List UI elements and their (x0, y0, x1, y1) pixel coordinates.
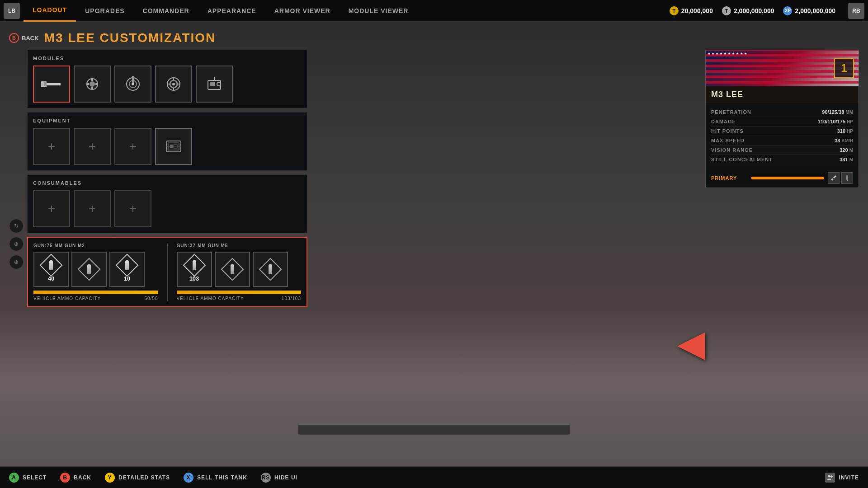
tab-appearance[interactable]: APPEARANCE (198, 0, 265, 22)
gold-amount: 20,000,000 (681, 7, 713, 14)
primary-label: PRIMARY (711, 175, 748, 181)
equip-slot-3[interactable]: + (114, 128, 151, 165)
gun1-capacity-row: VEHICLE AMMO CAPACITY 50/50 (33, 296, 158, 301)
gun2-title: GUN:37 MM GUN M5 (177, 243, 302, 248)
stat-penetration-value: 90/125/38 MM (822, 109, 853, 115)
ammo-slot-2-3[interactable] (253, 252, 288, 287)
ammo-gun-1: GUN:75 MM GUN M2 40 (33, 243, 158, 301)
rb-button[interactable]: RB (848, 3, 864, 19)
ammo-slot-2-1[interactable]: 103 (177, 252, 212, 287)
xp-icon: XP (783, 6, 792, 15)
wrench-icon (830, 175, 837, 181)
equipment-row: + + + (33, 128, 302, 165)
y-button: Y (105, 473, 115, 483)
tab-commander[interactable]: COMMANDER (134, 0, 198, 22)
rs-button: RS (261, 473, 271, 483)
module-slot-radio[interactable] (196, 66, 233, 103)
invite-label: INVITE (839, 474, 859, 481)
select-label: SELECT (23, 474, 47, 481)
top-navigation: LB LOADOUT UPGRADES COMMANDER APPEARANCE… (0, 0, 868, 22)
ammo-diamond-2-3 (259, 258, 282, 281)
back-action[interactable]: B BACK (60, 473, 91, 483)
stat-visionrange-value: 320 M (840, 147, 853, 153)
radio-icon (204, 74, 224, 94)
stat-concealment: STILL CONCEALMENT 381 M (711, 155, 853, 164)
ammo-gun-2: GUN:37 MM GUN M5 103 (177, 243, 302, 301)
gun2-capacity-label: VEHICLE AMMO CAPACITY (177, 296, 244, 301)
equip-slot-2[interactable]: + (74, 128, 111, 165)
module-slot-turret[interactable] (114, 66, 151, 103)
bullet-3 (125, 260, 129, 270)
modules-section: MODULES (27, 50, 307, 108)
hide-ui-label: HIDE UI (274, 474, 297, 481)
flag-stars: ★★★★★★★★★★ (708, 52, 748, 56)
svg-point-16 (172, 83, 175, 85)
gold-currency: T 20,000,000 (670, 6, 713, 15)
gun2-capacity-value: 103/103 (282, 296, 301, 301)
select-action[interactable]: A SELECT (9, 473, 47, 483)
gun2-ammo-bar (177, 291, 302, 294)
equipment-item-icon (164, 136, 184, 156)
invite-button[interactable]: INVITE (825, 473, 859, 483)
page-title: M3 LEE CUSTOMIZATION (44, 31, 216, 45)
primary-icons (828, 172, 853, 184)
stat-visionrange-label: VISION RANGE (711, 147, 753, 153)
stat-penetration-label: PENETRATION (711, 109, 751, 115)
consumables-section: CONSUMABLES + + + (27, 174, 307, 233)
gun2-capacity-row: VEHICLE AMMO CAPACITY 103/103 (177, 296, 302, 301)
ammo-diamond-3 (116, 253, 139, 277)
gun-icon (40, 73, 63, 95)
module-slot-suspension[interactable] (155, 66, 192, 103)
rotate-button[interactable]: ↻ (9, 219, 24, 233)
zoom-button-1[interactable]: ⊕ (9, 237, 24, 251)
detailed-stats-action[interactable]: Y DETAILED STATS (105, 473, 170, 483)
sell-tank-label: SELL THIS TANK (197, 474, 247, 481)
ammo-divider (167, 243, 168, 301)
equip-slot-4[interactable] (155, 128, 192, 165)
zoom-button-2[interactable]: ⊕ (9, 255, 24, 269)
svg-rect-22 (210, 82, 215, 86)
xp-currency: XP 2,000,000,000 (783, 6, 835, 15)
xp-amount: 2,000,000,000 (795, 7, 835, 14)
module-slot-gun[interactable] (33, 66, 70, 103)
equip-slot-1[interactable]: + (33, 128, 70, 165)
back-label: BACK (22, 35, 39, 42)
stat-hitpoints-value: 310 HP (837, 128, 853, 134)
stat-damage-value: 110/110/175 HP (818, 119, 853, 124)
svg-rect-32 (847, 180, 848, 181)
lb-button[interactable]: LB (4, 3, 20, 19)
hide-ui-action[interactable]: RS HIDE UI (261, 473, 297, 483)
tab-armor-viewer[interactable]: ARMOR VIEWER (265, 0, 340, 22)
consumable-slot-1[interactable]: + (33, 190, 70, 227)
ammo-slot-2-2[interactable] (215, 252, 250, 287)
ammo-slot-1-2[interactable] (71, 252, 107, 287)
consumable-slot-2[interactable]: + (74, 190, 111, 227)
primary-ammo-button[interactable] (841, 172, 853, 184)
tab-module-viewer[interactable]: MODULE VIEWER (340, 0, 418, 22)
ammo-slot-1-1[interactable]: 40 (33, 252, 69, 287)
a-button: A (9, 473, 19, 483)
tab-loadout[interactable]: LOADOUT (24, 0, 76, 22)
tank-primary-row: PRIMARY (706, 169, 859, 188)
stat-hitpoints-label: HIT POINTS (711, 128, 744, 134)
back-button[interactable]: B BACK (9, 33, 39, 43)
module-slot-engine[interactable] (74, 66, 111, 103)
invite-people-icon (827, 474, 833, 481)
primary-wrench-button[interactable] (828, 172, 840, 184)
invite-icon (825, 473, 835, 483)
nav-tabs-container: LOADOUT UPGRADES COMMANDER APPEARANCE AR… (24, 0, 670, 22)
svg-rect-2 (44, 82, 47, 86)
tank-name: M3 LEE (706, 86, 859, 103)
tab-upgrades[interactable]: UPGRADES (76, 0, 133, 22)
svg-rect-6 (87, 83, 89, 85)
turret-icon (123, 74, 143, 94)
gun1-title: GUN:75 MM GUN M2 (33, 243, 158, 248)
ammo-diamond-2-1 (183, 253, 206, 277)
detailed-stats-label: DETAILED STATS (118, 474, 170, 481)
tank-stats: PENETRATION 90/125/38 MM DAMAGE 110/110/… (706, 103, 859, 169)
sell-tank-action[interactable]: X SELL THIS TANK (184, 473, 247, 483)
ammo-slot-1-3[interactable]: 10 (109, 252, 145, 287)
bottom-action-bar: A SELECT B BACK Y DETAILED STATS X SELL … (0, 466, 868, 488)
modules-row (33, 66, 302, 103)
consumable-slot-3[interactable]: + (114, 190, 151, 227)
